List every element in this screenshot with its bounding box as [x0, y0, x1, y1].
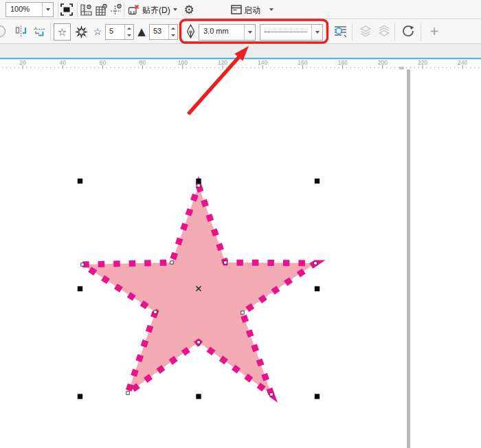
- convert-to-curves-button[interactable]: [399, 23, 417, 39]
- options-button[interactable]: ⚙: [181, 1, 197, 18]
- chevron-up-icon: [127, 27, 131, 30]
- ruler-minor-tick: [234, 67, 235, 68]
- ruler-minor-tick: [406, 67, 407, 68]
- customize-toolbar-button[interactable]: +: [426, 23, 443, 39]
- ruler-minor-tick: [366, 67, 367, 68]
- spin-down-button[interactable]: [125, 32, 133, 40]
- zoom-level-combobox[interactable]: 100%: [5, 2, 54, 17]
- wrap-text-icon: [333, 24, 348, 38]
- spin-down-button[interactable]: [169, 32, 177, 40]
- ruler-label: 80: [139, 59, 146, 66]
- ruler-minor-tick: [290, 67, 291, 68]
- ruler-minor-tick: [378, 67, 379, 68]
- show-guidelines-button[interactable]: [108, 1, 123, 18]
- toolbar-separator: [77, 2, 78, 17]
- toolbar-separator: [394, 23, 395, 41]
- standard-toolbar: 100%: [0, 0, 481, 19]
- sharpness-spinner[interactable]: 53: [149, 24, 178, 40]
- ruler-minor-tick: [294, 67, 295, 68]
- spinner-arrows[interactable]: [124, 25, 133, 39]
- ruler-minor-tick: [338, 67, 339, 68]
- ruler-minor-tick: [266, 67, 267, 68]
- snap-off-icon: [127, 3, 140, 16]
- line-style-dropdown-button[interactable]: [311, 25, 322, 40]
- ruler-minor-tick: [210, 67, 211, 68]
- ruler-minor-tick: [322, 67, 323, 68]
- mirror-horizontal-button[interactable]: [13, 23, 28, 39]
- toolbar-separator: [421, 23, 421, 41]
- ruler-minor-tick: [87, 67, 87, 68]
- rulers-icon: [80, 3, 93, 16]
- snap-off-button[interactable]: [126, 1, 141, 18]
- ruler-minor-tick: [90, 67, 91, 68]
- ruler-minor-tick: [26, 67, 27, 68]
- chevron-down-icon: [248, 31, 252, 34]
- ellipse-icon-partial: [0, 25, 5, 37]
- spin-up-button[interactable]: [125, 25, 133, 32]
- ruler-minor-tick: [454, 67, 455, 68]
- fullscreen-preview-button[interactable]: [59, 1, 74, 18]
- ruler-minor-tick: [194, 67, 195, 68]
- mirror-vertical-button[interactable]: [32, 23, 47, 39]
- ruler-minor-tick: [58, 67, 59, 68]
- ruler-minor-tick: [110, 67, 111, 68]
- ruler-minor-tick: [107, 67, 107, 68]
- ruler-minor-tick: [474, 67, 475, 68]
- horizontal-ruler[interactable]: 20406080100120140160180200220240: [0, 44, 481, 70]
- ruler-label: 160: [298, 59, 307, 66]
- outline-width-combobox[interactable]: 3.0 mm: [199, 24, 256, 41]
- complex-star-button[interactable]: [74, 23, 89, 40]
- ruler-minor-tick: [470, 67, 471, 68]
- ruler-minor-tick: [70, 67, 71, 68]
- ruler-minor-tick: [270, 67, 271, 68]
- ruler-minor-tick: [350, 67, 351, 68]
- ruler-minor-tick: [254, 67, 255, 68]
- ruler-minor-tick: [410, 67, 411, 68]
- to-back-button-disabled[interactable]: [375, 23, 392, 39]
- pen-nib-icon: [186, 23, 196, 41]
- ruler-minor-tick: [446, 67, 447, 68]
- ruler-minor-tick: [138, 67, 139, 68]
- ruler-minor-tick: [206, 67, 207, 68]
- to-front-button-disabled[interactable]: [357, 23, 374, 39]
- ruler-minor-tick: [43, 67, 43, 68]
- snap-dropdown-button[interactable]: [173, 8, 177, 11]
- launch-label[interactable]: 启动: [244, 5, 260, 16]
- ruler-minor-tick: [150, 67, 151, 68]
- ruler-minor-tick: [434, 67, 435, 68]
- ruler-minor-tick: [386, 67, 387, 68]
- ruler-minor-tick: [318, 67, 319, 68]
- ruler-label: 220: [418, 59, 427, 66]
- line-style-preview: [265, 32, 307, 32]
- property-bar: ☆ ☆ 5 ▲ 53: [0, 19, 481, 44]
- ruler-minor-tick: [258, 67, 259, 68]
- star-tool-button-active[interactable]: ☆: [54, 23, 71, 41]
- wrap-text-button[interactable]: [331, 23, 349, 39]
- ruler-minor-tick: [170, 67, 171, 68]
- spinner-arrows[interactable]: [168, 25, 177, 39]
- sharpness-value: 53: [150, 25, 168, 39]
- star-points-spinner[interactable]: 5: [105, 24, 134, 40]
- chevron-up-icon: [171, 27, 175, 30]
- ruler-minor-tick: [219, 67, 219, 68]
- show-grid-button[interactable]: [93, 1, 109, 18]
- zoom-dropdown-button[interactable]: [42, 3, 53, 16]
- ruler-minor-tick: [278, 67, 279, 68]
- ruler-minor-tick: [122, 67, 123, 68]
- ruler-minor-tick: [274, 67, 275, 68]
- page-edge-marker: [399, 67, 404, 69]
- ruler-minor-tick: [246, 67, 247, 68]
- star-icon: ☆: [58, 26, 67, 38]
- line-style-combobox[interactable]: [260, 24, 323, 41]
- launch-dropdown-button[interactable]: [269, 8, 273, 11]
- show-rulers-button[interactable]: [78, 1, 93, 18]
- outline-width-dropdown-button[interactable]: [244, 25, 255, 40]
- ruler-label: 60: [100, 59, 107, 66]
- chevron-down-icon: [46, 8, 50, 11]
- outline-width-value: 3.0 mm: [199, 25, 244, 40]
- ruler-minor-tick: [66, 67, 67, 68]
- spin-up-button[interactable]: [169, 25, 177, 32]
- snap-to-label[interactable]: 贴齐(D): [142, 5, 170, 16]
- launcher-button[interactable]: [229, 1, 244, 18]
- ruler-label: 200: [378, 59, 388, 66]
